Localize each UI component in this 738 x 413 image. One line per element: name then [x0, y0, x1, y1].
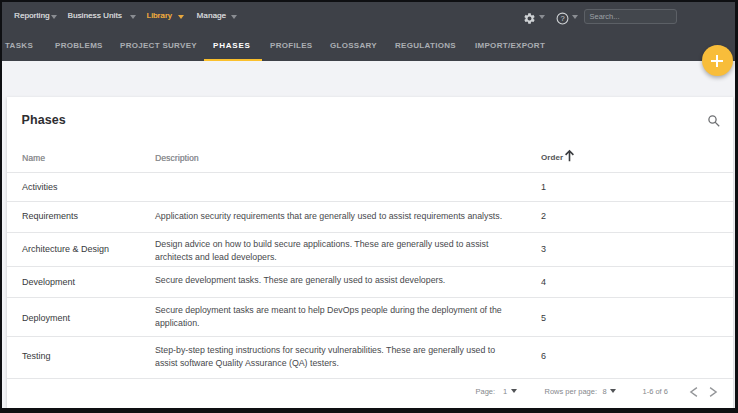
- svg-text:?: ?: [560, 14, 564, 23]
